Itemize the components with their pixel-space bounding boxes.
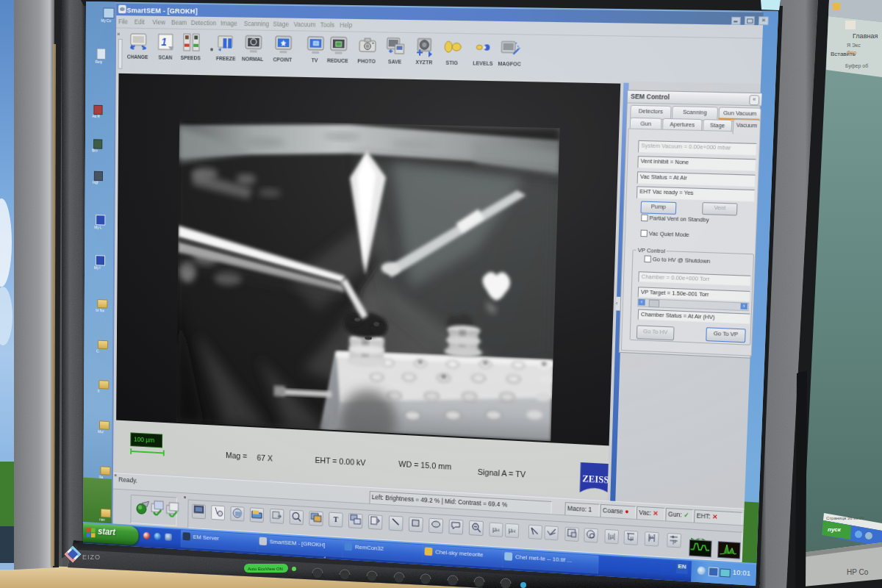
- svg-text:Буфер об: Буфер об: [845, 63, 868, 69]
- svg-text:µ: µ: [650, 534, 653, 540]
- svg-text:1: 1: [161, 36, 167, 48]
- svg-text:Главная: Главная: [853, 32, 878, 40]
- svg-text:Я Экс: Я Экс: [847, 43, 861, 48]
- svg-text:пуск: пуск: [828, 526, 842, 533]
- svg-text:HP Co: HP Co: [847, 568, 869, 576]
- svg-text:Фор: Фор: [847, 50, 856, 56]
- svg-text:µ: µ: [631, 535, 634, 542]
- svg-text:Страница 36 из 29: Страница 36 из 29: [826, 516, 864, 520]
- svg-text:ZEISS: ZEISS: [582, 473, 609, 486]
- svg-text:µ: µ: [673, 538, 675, 545]
